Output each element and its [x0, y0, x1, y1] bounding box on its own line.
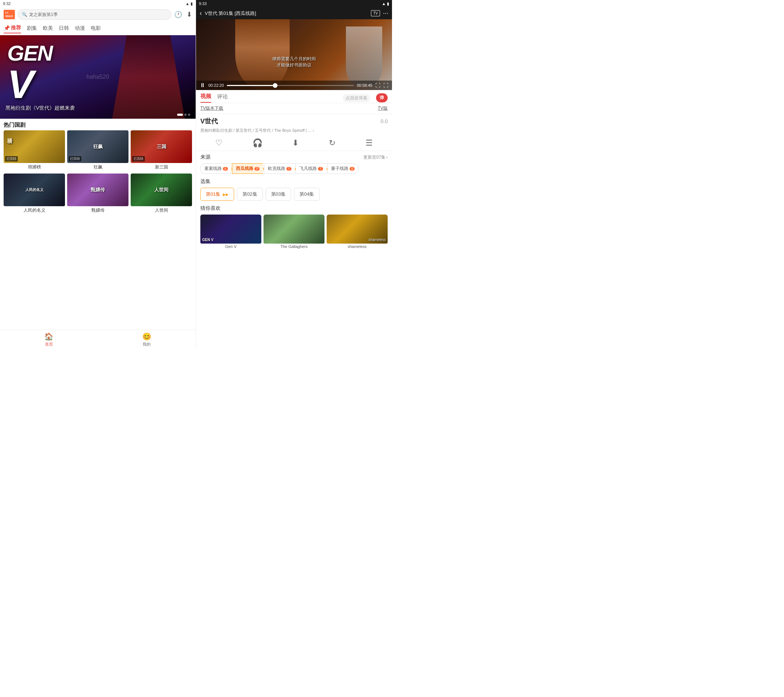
drama-label-langya: 琅琊榜: [3, 163, 65, 171]
hero-gen-text: GEN: [7, 43, 52, 64]
menu-icon[interactable]: ☰: [366, 138, 373, 148]
fullscreen-icon[interactable]: ⛶: [383, 82, 389, 88]
hero-dot-1: [177, 114, 183, 116]
video-player[interactable]: 律师需要几个月的时间 才能做好书面协议 ⏸ 00:22:20 00:58:45 …: [196, 19, 392, 90]
list-item[interactable]: 狂飙 已完结 狂飙: [67, 130, 128, 171]
tab-anime[interactable]: 动漫: [75, 24, 85, 33]
tab-western[interactable]: 欧美: [43, 24, 53, 33]
shameless-overlay: shameless: [368, 238, 386, 242]
tv-download-bar: TV版本下载 TV版: [196, 103, 392, 114]
nav-item-profile[interactable]: 😊 我的: [98, 332, 196, 347]
status-badge-kuangbiao: 已完结: [69, 156, 81, 161]
progress-fill: [227, 85, 275, 86]
home-icon: 🏠: [44, 332, 53, 341]
search-bar[interactable]: 🔍 龙之家族第1季: [18, 10, 171, 20]
list-item[interactable]: 三国 已完结 新三国: [131, 130, 192, 171]
episode-chip-02[interactable]: 第02集: [237, 188, 262, 201]
hot-dramas-title: 热门国剧: [0, 119, 196, 130]
download-action-icon[interactable]: ⬇: [292, 138, 299, 148]
right-status-bar: 9:33 ▲ ▮: [196, 0, 392, 7]
chip-arrow-2: ›: [262, 166, 264, 172]
hero-banner[interactable]: GEN V haha520 黑袍衍生剧《V世代》超燃来袭: [0, 35, 196, 119]
video-header: ‹ V世代 第01集 [西瓜线路] TV ···: [196, 7, 392, 19]
right-time: 9:33: [199, 2, 206, 6]
show-rating: 0.0: [381, 119, 388, 124]
like-icon[interactable]: ♡: [215, 138, 222, 148]
nav-item-home[interactable]: 🏠 首页: [0, 332, 98, 347]
list-item[interactable]: 人世间 人世间: [131, 173, 192, 214]
history-icon[interactable]: 🕐: [174, 10, 182, 18]
drama-text-renmin: 人民的名义: [25, 187, 44, 193]
share-icon[interactable]: ↻: [329, 138, 335, 148]
more-icon[interactable]: ···: [383, 10, 389, 17]
content-area: 视频 评论 点我发弹幕 弹 TV版本下载 TV版 V世代 0.0 黑袍纠察队衍生…: [196, 90, 392, 348]
tv-download-link[interactable]: TV版本下载: [200, 105, 223, 112]
rec-item-shameless[interactable]: shameless shameless: [327, 214, 388, 249]
drama-thumb-sanguo: 三国 已完结: [131, 130, 192, 163]
show-title-row: V世代 0.0: [196, 114, 392, 127]
drama-label-renshijian: 人世间: [131, 206, 192, 214]
action-row: ♡ 🎧 ⬇ ↻ ☰: [196, 135, 392, 151]
source-chips: 素素线路 6 › 西瓜线路 7 › 欧克线路 7 › 飞凡线路 7 ›: [200, 163, 388, 174]
source-chip-ouke[interactable]: 欧克线路 7: [264, 163, 295, 174]
video-subtitle: 律师需要几个月的时间 才能做好书面协议: [272, 56, 316, 68]
source-section: 来源 更新至07集 › 素素线路 6 › 西瓜线路 7 › 欧克线路: [196, 151, 392, 175]
hero-v-text: V: [7, 64, 34, 104]
danmu-input-area: 点我发弹幕: [234, 94, 370, 101]
drama-thumb-renmin: 人民的名义: [3, 173, 65, 206]
episode-chip-03[interactable]: 第03集: [266, 188, 291, 201]
drama-thumb-zhen: 甄嬛传: [67, 173, 128, 206]
source-chip-feifan[interactable]: 飞凡线路 7: [295, 163, 327, 174]
episode-chip-01[interactable]: 第01集 ▶▶: [200, 188, 234, 201]
tab-dramas[interactable]: 剧集: [27, 24, 37, 33]
back-icon[interactable]: ‹: [199, 10, 202, 17]
video-tabs: 视频 评论 点我发弹幕 弹: [196, 90, 392, 103]
source-update: 更新至07集 ›: [363, 154, 388, 160]
episode-chip-04[interactable]: 第04集: [294, 188, 320, 201]
gen-v-overlay: GEN V: [202, 238, 213, 242]
search-text: 龙之家族第1季: [29, 12, 58, 18]
tab-recommended[interactable]: 📌 推荐: [3, 23, 21, 33]
drama-thumb-renshijian: 人世间: [131, 173, 192, 206]
video-figure-left: [235, 19, 290, 90]
left-status-bar: 9:32 ▲ ▮: [0, 0, 196, 7]
danmu-send-button[interactable]: 弹: [376, 93, 388, 102]
status-badge-sanguo: 已完结: [132, 156, 145, 161]
tab-movies[interactable]: 电影: [91, 24, 101, 33]
hero-subtitle: 黑袍衍生剧《V世代》超燃来袭: [5, 105, 75, 112]
headphone-icon[interactable]: 🎧: [253, 138, 262, 148]
pause-icon[interactable]: ⏸: [199, 82, 206, 89]
source-label: 来源: [200, 154, 211, 160]
header-icons: 🕐 ⬇: [174, 10, 192, 18]
drama-text-zhen: 甄嬛传: [91, 186, 105, 193]
rec-item-gen-v[interactable]: GEN V Gen V: [200, 214, 261, 249]
source-chip-liangzi[interactable]: 量子线路 6: [327, 163, 359, 174]
tab-japanese-korean[interactable]: 日韩: [59, 24, 69, 33]
rec-thumb-shameless: shameless: [327, 214, 388, 244]
episode-section: 选集 第01集 ▶▶ 第02集 第03集 第04集: [196, 175, 392, 202]
drama-thumb-kuangbiao: 狂飙 已完结: [67, 130, 128, 163]
episode-grid: 第01集 ▶▶ 第02集 第03集 第04集: [200, 188, 388, 201]
tv-version-link[interactable]: TV版: [378, 105, 388, 112]
progress-bar[interactable]: [227, 85, 354, 86]
drama-text-kuangbiao: 狂飙: [93, 143, 103, 150]
tv-badge[interactable]: TV: [371, 10, 380, 16]
right-battery-icon: ▮: [387, 2, 389, 6]
download-icon[interactable]: ⬇: [186, 10, 192, 18]
battery-icon: ▮: [191, 2, 193, 6]
signal-icon: ▲: [186, 2, 189, 6]
pip-icon[interactable]: ⛶: [375, 82, 380, 88]
tab-video[interactable]: 视频: [200, 93, 211, 103]
tab-comments[interactable]: 评论: [217, 93, 228, 102]
list-item[interactable]: 甄嬛传 甄嬛传: [67, 173, 128, 214]
source-chip-xigua[interactable]: 西瓜线路 7: [232, 163, 263, 174]
source-chip-susu[interactable]: 素素线路 6: [200, 163, 232, 174]
tags-arrow-icon: ›: [313, 128, 314, 133]
update-arrow-icon: ›: [386, 155, 388, 160]
list-item[interactable]: 琅琊榜 已完结 琅琊榜: [3, 130, 65, 171]
danmu-placeholder[interactable]: 点我发弹幕: [343, 94, 370, 102]
rec-grid: GEN V Gen V The Gallaghers shameless sha…: [200, 214, 388, 249]
status-badge-langya: 已完结: [5, 156, 18, 161]
list-item[interactable]: 人民的名义 人民的名义: [3, 173, 65, 214]
rec-item-gallaghers[interactable]: The Gallaghers: [264, 214, 324, 249]
